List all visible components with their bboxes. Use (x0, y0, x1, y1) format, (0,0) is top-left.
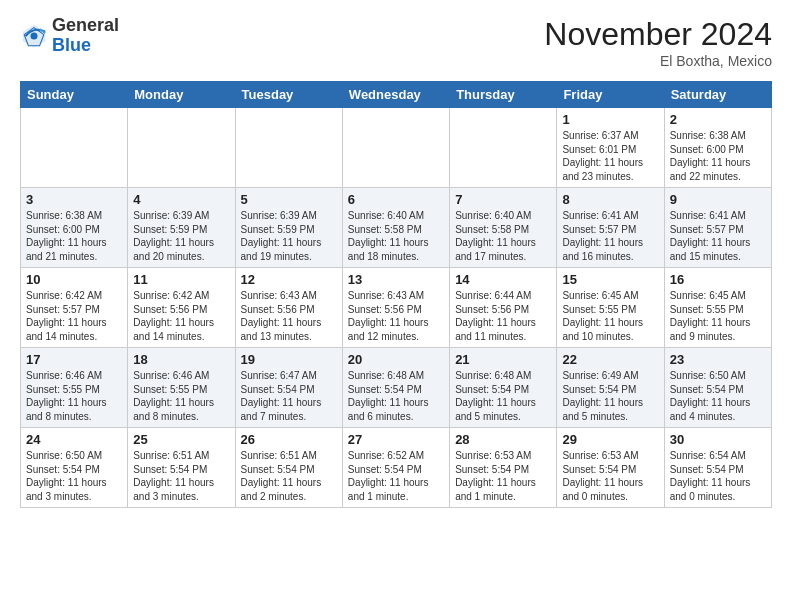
title-area: November 2024 El Boxtha, Mexico (544, 16, 772, 69)
cell-info: Sunrise: 6:51 AM Sunset: 5:54 PM Dayligh… (133, 449, 229, 503)
cell-info: Sunrise: 6:39 AM Sunset: 5:59 PM Dayligh… (241, 209, 337, 263)
day-number: 10 (26, 272, 122, 287)
day-number: 25 (133, 432, 229, 447)
calendar-cell: 11Sunrise: 6:42 AM Sunset: 5:56 PM Dayli… (128, 268, 235, 348)
calendar-cell: 29Sunrise: 6:53 AM Sunset: 5:54 PM Dayli… (557, 428, 664, 508)
calendar-cell: 26Sunrise: 6:51 AM Sunset: 5:54 PM Dayli… (235, 428, 342, 508)
cell-info: Sunrise: 6:42 AM Sunset: 5:57 PM Dayligh… (26, 289, 122, 343)
day-number: 27 (348, 432, 444, 447)
calendar-cell: 22Sunrise: 6:49 AM Sunset: 5:54 PM Dayli… (557, 348, 664, 428)
svg-point-2 (31, 32, 38, 39)
day-number: 18 (133, 352, 229, 367)
cell-info: Sunrise: 6:41 AM Sunset: 5:57 PM Dayligh… (562, 209, 658, 263)
calendar-cell (235, 108, 342, 188)
cell-info: Sunrise: 6:45 AM Sunset: 5:55 PM Dayligh… (562, 289, 658, 343)
cell-info: Sunrise: 6:48 AM Sunset: 5:54 PM Dayligh… (348, 369, 444, 423)
calendar: SundayMondayTuesdayWednesdayThursdayFrid… (20, 81, 772, 508)
calendar-cell: 23Sunrise: 6:50 AM Sunset: 5:54 PM Dayli… (664, 348, 771, 428)
day-number: 1 (562, 112, 658, 127)
cell-info: Sunrise: 6:53 AM Sunset: 5:54 PM Dayligh… (455, 449, 551, 503)
header: General Blue November 2024 El Boxtha, Me… (20, 16, 772, 69)
calendar-week-row: 1Sunrise: 6:37 AM Sunset: 6:01 PM Daylig… (21, 108, 772, 188)
cell-info: Sunrise: 6:54 AM Sunset: 5:54 PM Dayligh… (670, 449, 766, 503)
weekday-header: Sunday (21, 82, 128, 108)
logo: General Blue (20, 16, 119, 56)
cell-info: Sunrise: 6:38 AM Sunset: 6:00 PM Dayligh… (26, 209, 122, 263)
calendar-cell: 18Sunrise: 6:46 AM Sunset: 5:55 PM Dayli… (128, 348, 235, 428)
calendar-week-row: 10Sunrise: 6:42 AM Sunset: 5:57 PM Dayli… (21, 268, 772, 348)
calendar-cell: 30Sunrise: 6:54 AM Sunset: 5:54 PM Dayli… (664, 428, 771, 508)
cell-info: Sunrise: 6:37 AM Sunset: 6:01 PM Dayligh… (562, 129, 658, 183)
calendar-cell: 17Sunrise: 6:46 AM Sunset: 5:55 PM Dayli… (21, 348, 128, 428)
cell-info: Sunrise: 6:43 AM Sunset: 5:56 PM Dayligh… (348, 289, 444, 343)
day-number: 3 (26, 192, 122, 207)
day-number: 21 (455, 352, 551, 367)
calendar-cell: 6Sunrise: 6:40 AM Sunset: 5:58 PM Daylig… (342, 188, 449, 268)
cell-info: Sunrise: 6:39 AM Sunset: 5:59 PM Dayligh… (133, 209, 229, 263)
weekday-header: Friday (557, 82, 664, 108)
day-number: 16 (670, 272, 766, 287)
day-number: 2 (670, 112, 766, 127)
calendar-cell: 28Sunrise: 6:53 AM Sunset: 5:54 PM Dayli… (450, 428, 557, 508)
cell-info: Sunrise: 6:50 AM Sunset: 5:54 PM Dayligh… (670, 369, 766, 423)
page: General Blue November 2024 El Boxtha, Me… (0, 0, 792, 518)
day-number: 24 (26, 432, 122, 447)
day-number: 12 (241, 272, 337, 287)
day-number: 5 (241, 192, 337, 207)
calendar-cell: 21Sunrise: 6:48 AM Sunset: 5:54 PM Dayli… (450, 348, 557, 428)
logo-blue: Blue (52, 36, 119, 56)
calendar-cell: 27Sunrise: 6:52 AM Sunset: 5:54 PM Dayli… (342, 428, 449, 508)
cell-info: Sunrise: 6:41 AM Sunset: 5:57 PM Dayligh… (670, 209, 766, 263)
weekday-header: Monday (128, 82, 235, 108)
day-number: 13 (348, 272, 444, 287)
calendar-cell: 10Sunrise: 6:42 AM Sunset: 5:57 PM Dayli… (21, 268, 128, 348)
calendar-cell: 5Sunrise: 6:39 AM Sunset: 5:59 PM Daylig… (235, 188, 342, 268)
calendar-cell: 14Sunrise: 6:44 AM Sunset: 5:56 PM Dayli… (450, 268, 557, 348)
cell-info: Sunrise: 6:46 AM Sunset: 5:55 PM Dayligh… (26, 369, 122, 423)
day-number: 28 (455, 432, 551, 447)
day-number: 7 (455, 192, 551, 207)
calendar-cell: 2Sunrise: 6:38 AM Sunset: 6:00 PM Daylig… (664, 108, 771, 188)
day-number: 17 (26, 352, 122, 367)
logo-text: General Blue (52, 16, 119, 56)
weekday-header: Saturday (664, 82, 771, 108)
calendar-cell: 25Sunrise: 6:51 AM Sunset: 5:54 PM Dayli… (128, 428, 235, 508)
cell-info: Sunrise: 6:47 AM Sunset: 5:54 PM Dayligh… (241, 369, 337, 423)
day-number: 19 (241, 352, 337, 367)
weekday-header-row: SundayMondayTuesdayWednesdayThursdayFrid… (21, 82, 772, 108)
calendar-cell: 3Sunrise: 6:38 AM Sunset: 6:00 PM Daylig… (21, 188, 128, 268)
cell-info: Sunrise: 6:45 AM Sunset: 5:55 PM Dayligh… (670, 289, 766, 343)
cell-info: Sunrise: 6:40 AM Sunset: 5:58 PM Dayligh… (348, 209, 444, 263)
day-number: 20 (348, 352, 444, 367)
day-number: 26 (241, 432, 337, 447)
logo-general: General (52, 16, 119, 36)
location: El Boxtha, Mexico (544, 53, 772, 69)
weekday-header: Wednesday (342, 82, 449, 108)
cell-info: Sunrise: 6:53 AM Sunset: 5:54 PM Dayligh… (562, 449, 658, 503)
calendar-cell: 9Sunrise: 6:41 AM Sunset: 5:57 PM Daylig… (664, 188, 771, 268)
day-number: 22 (562, 352, 658, 367)
calendar-cell: 20Sunrise: 6:48 AM Sunset: 5:54 PM Dayli… (342, 348, 449, 428)
cell-info: Sunrise: 6:44 AM Sunset: 5:56 PM Dayligh… (455, 289, 551, 343)
cell-info: Sunrise: 6:48 AM Sunset: 5:54 PM Dayligh… (455, 369, 551, 423)
calendar-cell: 24Sunrise: 6:50 AM Sunset: 5:54 PM Dayli… (21, 428, 128, 508)
cell-info: Sunrise: 6:49 AM Sunset: 5:54 PM Dayligh… (562, 369, 658, 423)
month-title: November 2024 (544, 16, 772, 53)
calendar-cell: 7Sunrise: 6:40 AM Sunset: 5:58 PM Daylig… (450, 188, 557, 268)
day-number: 8 (562, 192, 658, 207)
day-number: 23 (670, 352, 766, 367)
weekday-header: Thursday (450, 82, 557, 108)
day-number: 14 (455, 272, 551, 287)
calendar-cell: 13Sunrise: 6:43 AM Sunset: 5:56 PM Dayli… (342, 268, 449, 348)
day-number: 15 (562, 272, 658, 287)
calendar-cell: 12Sunrise: 6:43 AM Sunset: 5:56 PM Dayli… (235, 268, 342, 348)
calendar-cell (342, 108, 449, 188)
cell-info: Sunrise: 6:46 AM Sunset: 5:55 PM Dayligh… (133, 369, 229, 423)
calendar-cell (21, 108, 128, 188)
cell-info: Sunrise: 6:52 AM Sunset: 5:54 PM Dayligh… (348, 449, 444, 503)
weekday-header: Tuesday (235, 82, 342, 108)
cell-info: Sunrise: 6:42 AM Sunset: 5:56 PM Dayligh… (133, 289, 229, 343)
day-number: 30 (670, 432, 766, 447)
calendar-cell: 16Sunrise: 6:45 AM Sunset: 5:55 PM Dayli… (664, 268, 771, 348)
cell-info: Sunrise: 6:40 AM Sunset: 5:58 PM Dayligh… (455, 209, 551, 263)
